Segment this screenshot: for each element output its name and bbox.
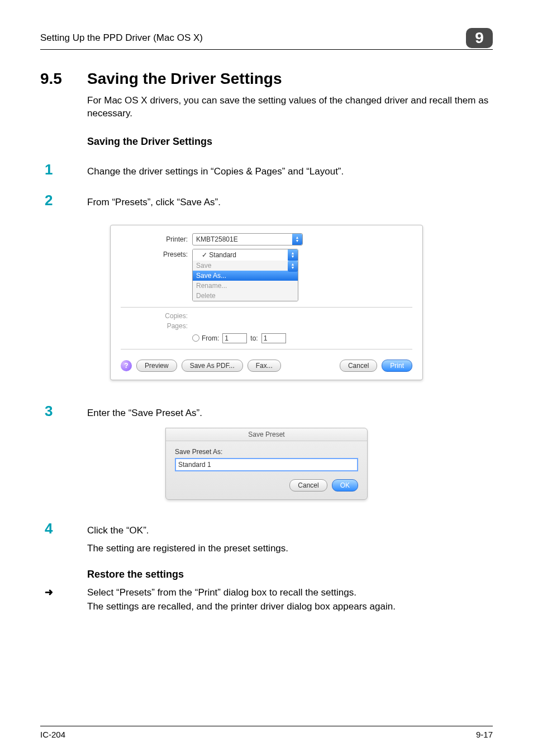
section-title: Saving the Driver Settings [87,70,282,88]
step-3-row: 3 Enter the “Save Preset As”. [40,403,493,420]
step-4-followup: The setting are registered in the preset… [87,543,493,554]
section-number: 9.5 [40,70,87,88]
step-1-row: 1 Change the driver settings in “Copies … [40,161,493,178]
save-preset-title: Save Preset [166,428,367,441]
step-4-row: 4 Click the “OK”. [40,520,493,537]
dialog-divider [121,349,412,349]
dialog-divider [121,307,412,308]
print-dialog: Printer: KMBT25801E ▲▼ Presets: ✓ Standa… [110,225,423,380]
printer-value: KMBT25801E [196,235,238,243]
save-as-pdf-button[interactable]: Save As PDF... [182,360,243,372]
footer-left: IC-204 [40,730,65,739]
presets-menu-save[interactable]: Save [193,261,298,271]
restore-line-2: The settings are recalled, and the print… [87,601,396,612]
footer-right: 9-17 [476,730,493,739]
copies-label: Copies: [121,312,192,320]
arrow-bullet-icon: ➜ [40,586,87,598]
section-title-row: 9.5 Saving the Driver Settings [40,70,493,88]
restore-heading: Restore the settings [87,569,493,580]
presets-selected-value: ✓ Standard [202,251,236,259]
presets-menu: ▲▼ Save Save As... Rename... Delete [193,261,298,301]
presets-menu-delete[interactable]: Delete [193,291,298,301]
save-preset-cancel-button[interactable]: Cancel [289,479,327,492]
dropdown-arrow-icon: ▲▼ [288,261,298,272]
page-footer: IC-204 9-17 [40,726,493,739]
pages-from-radio[interactable] [192,334,199,342]
presets-label: Presets: [121,249,192,258]
restore-bullet-row: ➜ Select “Presets” from the “Print” dial… [40,586,493,613]
save-preset-as-label: Save Preset As: [175,448,358,456]
presets-menu-save-as[interactable]: Save As... [193,271,298,281]
step-4-number: 4 [40,520,87,537]
printer-select[interactable]: KMBT25801E ▲▼ [192,233,303,245]
presets-menu-rename[interactable]: Rename... [193,281,298,291]
to-field[interactable]: 1 [261,333,286,343]
header-left-text: Setting Up the PPD Driver (Mac OS X) [40,32,203,44]
dropdown-arrow-icon: ▲▼ [288,249,298,261]
subheading-saving: Saving the Driver Settings [87,136,493,148]
from-field[interactable]: 1 [222,333,247,343]
dialog-button-row: ? Preview Save As PDF... Fax... Cancel P… [121,360,412,372]
chapter-number-badge: 9 [466,28,493,48]
from-label: From: [202,334,219,342]
preview-button[interactable]: Preview [136,360,177,372]
save-preset-ok-button[interactable]: OK [332,479,358,492]
step-2-text: From “Presets”, click “Save As”. [87,196,221,209]
copies-row: Copies: [121,312,412,320]
save-preset-dialog: Save Preset Save Preset As: Standard 1 C… [165,428,368,500]
step-3-text: Enter the “Save Preset As”. [87,407,202,420]
step-2-number: 2 [40,192,87,209]
printer-label: Printer: [121,235,192,243]
save-preset-input[interactable]: Standard 1 [175,458,358,471]
intro-paragraph: For Mac OS X drivers, you can save the s… [87,94,493,120]
restore-line-1: Select “Presets” from the “Print” dialog… [87,587,356,598]
presets-select[interactable]: ✓ Standard ▲▼ ▲▼ Save Save As... Rename.… [192,249,298,301]
print-button[interactable]: Print [382,360,412,372]
pages-from-row: From: 1 to: 1 [192,333,412,343]
pages-label: Pages: [121,322,192,330]
printer-row: Printer: KMBT25801E ▲▼ [121,233,412,245]
step-3-number: 3 [40,403,87,420]
page-header: Setting Up the PPD Driver (Mac OS X) 9 [40,28,493,50]
presets-row: Presets: ✓ Standard ▲▼ ▲▼ Save Save As..… [121,249,412,301]
step-4-text: Click the “OK”. [87,525,149,537]
step-2-row: 2 From “Presets”, click “Save As”. [40,192,493,209]
to-label: to: [250,334,258,342]
fax-button[interactable]: Fax... [248,360,281,372]
dropdown-arrow-icon: ▲▼ [292,234,302,245]
cancel-button[interactable]: Cancel [340,360,377,372]
pages-label-row: Pages: [121,322,412,330]
step-1-number: 1 [40,161,87,178]
help-button[interactable]: ? [121,360,132,371]
step-1-text: Change the driver settings in “Copies & … [87,166,344,178]
